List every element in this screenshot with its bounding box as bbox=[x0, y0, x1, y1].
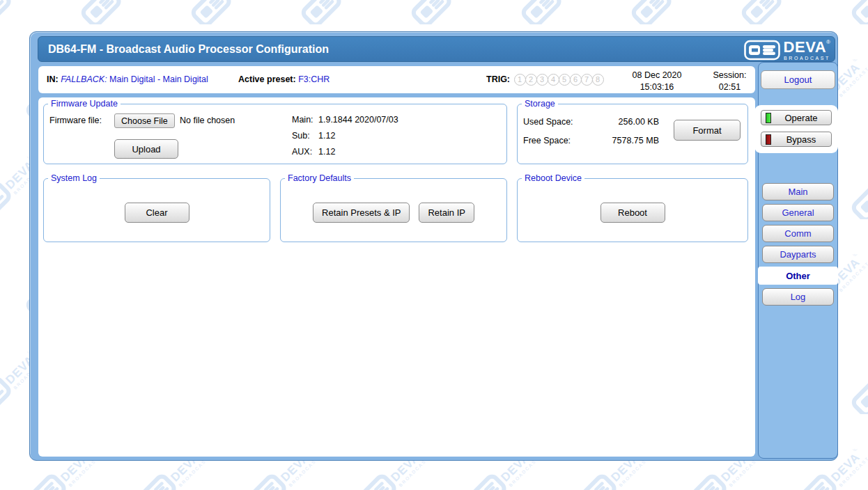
svg-text:BROADCAST: BROADCAST bbox=[343, 0, 375, 1]
version-aux-value: 1.12 bbox=[318, 147, 335, 157]
reboot-button[interactable]: Reboot bbox=[600, 203, 665, 223]
trig-label: TRIG: bbox=[486, 74, 510, 84]
trigger-button-1[interactable]: 1 bbox=[514, 74, 526, 86]
version-row: AUX: 1.12 bbox=[292, 147, 398, 157]
bypass-label: Bypass bbox=[771, 134, 831, 145]
operate-led-green-icon bbox=[766, 113, 771, 123]
nav-tab-log[interactable]: Log bbox=[762, 288, 834, 306]
session: Session: 02:51 bbox=[704, 70, 756, 93]
format-button[interactable]: Format bbox=[674, 120, 741, 141]
trigger-button-2[interactable]: 2 bbox=[525, 74, 537, 86]
firmware-file-label: Firmware file: bbox=[49, 116, 102, 125]
factory-defaults-legend: Factory Defaults bbox=[285, 173, 354, 183]
bypass-button[interactable]: Bypass bbox=[761, 132, 832, 147]
brand-sub: BROADCAST bbox=[784, 56, 830, 61]
deva-watermark-logo-icon: DEVA®BROADCAST bbox=[75, 0, 180, 24]
input-value: Main Digital - Main Digital bbox=[109, 74, 208, 84]
active-preset-value: F3:CHR bbox=[298, 74, 330, 84]
storage-legend: Storage bbox=[522, 99, 558, 109]
date-value: 08 Dec 2020 bbox=[619, 70, 695, 81]
bypass-led-red-icon bbox=[766, 134, 771, 145]
active-preset-label: Active preset: bbox=[238, 74, 296, 84]
operate-label: Operate bbox=[771, 113, 831, 123]
free-space-label: Free Space: bbox=[523, 136, 571, 145]
deva-watermark-logo-icon: DEVA®BROADCAST bbox=[846, 351, 868, 414]
deva-watermark-logo-icon: DEVA®BROADCAST bbox=[0, 0, 70, 24]
version-main-label: Main: bbox=[292, 115, 318, 125]
version-sub-label: Sub: bbox=[292, 131, 318, 141]
trigger-button-5[interactable]: 5 bbox=[559, 74, 571, 86]
brand-name: DEVA bbox=[784, 38, 827, 56]
deva-watermark-logo-icon: DEVA®BROADCAST bbox=[0, 449, 15, 490]
retain-ip-button[interactable]: Retain IP bbox=[419, 203, 474, 223]
svg-text:BROADCAST: BROADCAST bbox=[13, 0, 45, 1]
operate-button[interactable]: Operate bbox=[761, 110, 832, 125]
nav-tab-general[interactable]: General bbox=[762, 204, 834, 221]
firmware-update-legend: Firmware Update bbox=[48, 99, 121, 109]
nav-tab-comm[interactable]: Comm bbox=[762, 225, 834, 242]
sidebar-nav: Main General Comm Dayparts Other Log bbox=[759, 183, 837, 309]
no-file-chosen-text: No file chosen bbox=[180, 116, 235, 125]
version-row: Main: 1.9.1844 2020/07/03 bbox=[292, 115, 398, 125]
used-space-label: Used Space: bbox=[523, 117, 573, 127]
datetime: 08 Dec 2020 15:03:16 bbox=[619, 70, 695, 93]
registered-mark: ® bbox=[826, 39, 830, 45]
factory-defaults-section: Factory Defaults Retain Presets & IP Ret… bbox=[280, 173, 507, 242]
trigger-button-6[interactable]: 6 bbox=[570, 74, 582, 86]
svg-text:BROADCAST: BROADCAST bbox=[783, 0, 815, 1]
time-value: 15:03:16 bbox=[619, 81, 695, 93]
svg-text:BROADCAST: BROADCAST bbox=[673, 0, 705, 1]
input-mode: FALLBACK: bbox=[61, 74, 107, 84]
retain-presets-ip-button[interactable]: Retain Presets & IP bbox=[313, 203, 410, 223]
header-bar: DB64-FM - Broadcast Audio Processor Conf… bbox=[38, 36, 835, 62]
page-title: DB64-FM - Broadcast Audio Processor Conf… bbox=[48, 37, 329, 61]
deva-watermark-logo-icon: DEVA®BROADCAST bbox=[516, 0, 620, 24]
clear-log-button[interactable]: Clear bbox=[125, 203, 189, 223]
svg-text:BROADCAST: BROADCAST bbox=[563, 0, 595, 1]
deva-watermark-logo-icon: DEVA®BROADCAST bbox=[295, 0, 400, 24]
free-space-value: 7578.75 MB bbox=[601, 136, 659, 145]
choose-file-button[interactable]: Choose File bbox=[114, 113, 175, 128]
version-main-value: 1.9.1844 2020/07/03 bbox=[318, 115, 398, 125]
sidebar: Logout Operate Bypass Main General Comm … bbox=[758, 62, 838, 459]
reboot-device-legend: Reboot Device bbox=[522, 173, 584, 183]
svg-text:BROADCAST: BROADCAST bbox=[453, 0, 485, 1]
firmware-update-section: Firmware Update Firmware file: Choose Fi… bbox=[43, 99, 507, 164]
used-space-value: 256.00 KB bbox=[601, 117, 659, 127]
deva-watermark-logo-icon: DEVA®BROADCAST bbox=[0, 254, 15, 317]
app-window: DB64-FM - Broadcast Audio Processor Conf… bbox=[29, 31, 838, 461]
content-area: Firmware Update Firmware file: Choose Fi… bbox=[38, 97, 755, 457]
trigger-button-8[interactable]: 8 bbox=[592, 74, 604, 86]
trigger-button-3[interactable]: 3 bbox=[536, 74, 548, 86]
deva-watermark-logo-icon: DEVA®BROADCAST bbox=[736, 0, 840, 24]
status-bar: IN: FALLBACK: Main Digital - Main Digita… bbox=[38, 66, 755, 93]
nav-tab-main[interactable]: Main bbox=[762, 183, 834, 200]
logout-button[interactable]: Logout bbox=[761, 70, 835, 89]
deva-watermark-logo-icon: DEVA®BROADCAST bbox=[0, 59, 15, 122]
deva-watermark-logo-icon: DEVA®BROADCAST bbox=[405, 0, 510, 24]
version-aux-label: AUX: bbox=[292, 147, 318, 157]
firmware-versions: Main: 1.9.1844 2020/07/03 Sub: 1.12 AUX:… bbox=[292, 115, 398, 163]
deva-watermark-logo-icon: DEVA®BROADCAST bbox=[185, 0, 290, 24]
version-row: Sub: 1.12 bbox=[292, 131, 398, 141]
deva-logo: DEVA® BROADCAST bbox=[744, 38, 830, 61]
trigger-button-4[interactable]: 4 bbox=[548, 74, 559, 86]
trigger-button-7[interactable]: 7 bbox=[581, 74, 593, 86]
svg-text:BROADCAST: BROADCAST bbox=[233, 0, 265, 1]
system-log-section: System Log Clear bbox=[43, 173, 270, 242]
deva-watermark-logo-icon: DEVA®BROADCAST bbox=[626, 0, 730, 24]
operate-bypass-panel: Operate Bypass bbox=[754, 105, 838, 153]
trigger-buttons: 1 2 3 4 5 6 7 8 bbox=[516, 74, 604, 86]
nav-tab-other-active[interactable]: Other bbox=[758, 267, 838, 285]
deva-watermark-logo-icon: DEVA®BROADCAST bbox=[846, 0, 868, 24]
system-log-legend: System Log bbox=[48, 173, 100, 183]
deva-watermark-logo-icon: DEVA®BROADCAST bbox=[846, 157, 868, 219]
svg-text:BROADCAST: BROADCAST bbox=[123, 0, 155, 1]
deva-db-icon bbox=[744, 40, 780, 61]
input-label: IN: bbox=[47, 74, 59, 84]
version-sub-value: 1.12 bbox=[318, 131, 335, 141]
reboot-device-section: Reboot Device Reboot bbox=[517, 173, 748, 242]
upload-button[interactable]: Upload bbox=[114, 139, 178, 159]
storage-section: Storage Used Space: 256.00 KB Free Space… bbox=[517, 99, 748, 164]
nav-tab-dayparts[interactable]: Dayparts bbox=[762, 246, 834, 263]
